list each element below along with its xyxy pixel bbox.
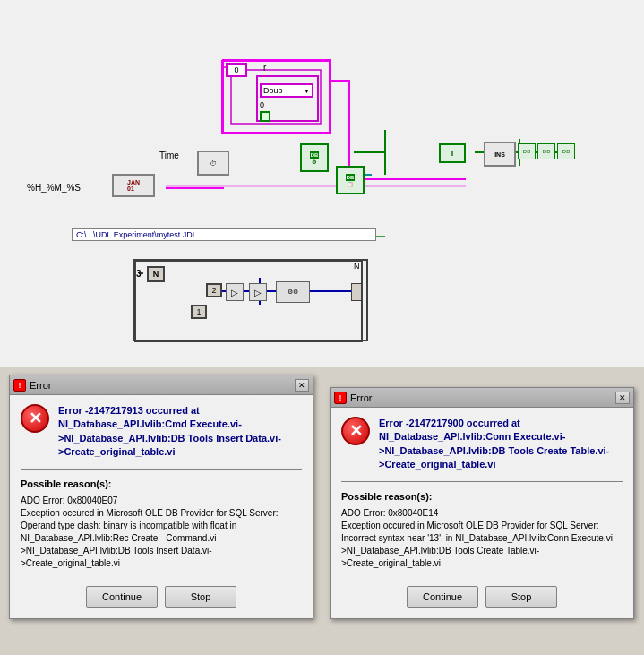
dialog-1-error-header: ✕ Error -2147217913 occurred at NI_Datab…: [21, 404, 302, 460]
play-node-1: ▷: [226, 283, 244, 301]
dialog-2-continue-button[interactable]: Continue: [407, 586, 478, 608]
dialog-2-icon: !: [334, 392, 347, 404]
dialog-1-close[interactable]: ✕: [295, 379, 309, 392]
loop-n-block: N: [147, 266, 165, 282]
dialog-1-icon: !: [13, 379, 26, 392]
inner-num-0: 0: [260, 100, 264, 109]
loop-iter-2: 2: [206, 283, 222, 297]
format-label: %H_%M_%S: [27, 183, 81, 193]
dialog-1-continue-button[interactable]: Continue: [86, 586, 158, 608]
dialog-1-error-icon: ✕: [21, 404, 49, 433]
dialog-1-title: Error: [30, 380, 51, 391]
error-dialog-1: ! Error ✕ ✕ Error -2147217913 occurred a…: [9, 375, 313, 619]
dialog-2-reason-text: ADO Error: 0x80040E14 Exception occured …: [341, 507, 623, 570]
dialog-2-error-header: ✕ Error -2147217900 occurred at NI_Datab…: [341, 417, 623, 472]
dialog-1-divider: [21, 469, 302, 470]
t-indicator: T: [439, 143, 466, 163]
r-label: r: [263, 63, 266, 73]
db-small-2: DB: [537, 143, 555, 159]
time-label: Time: [159, 151, 179, 160]
loop-num-3: 3: [136, 269, 142, 279]
db-node-2: DB 📋: [336, 166, 365, 194]
num-display-0: 0: [226, 63, 247, 77]
dialog-2-title: Error: [350, 392, 372, 403]
dialog-1-buttons: Continue Stop: [10, 579, 313, 618]
format-node: JAN01: [112, 174, 155, 197]
loop-output-terminal: [351, 283, 362, 301]
dialog-2-divider: [341, 481, 623, 482]
play-node-2: ▷: [249, 283, 267, 301]
dialog-1-stop-button[interactable]: Stop: [165, 586, 236, 608]
db-small-1: DB: [518, 143, 536, 159]
doub-dropdown[interactable]: Doub ▼: [260, 83, 313, 98]
ins-node: INS: [484, 142, 516, 167]
dialog-2-buttons: Continue Stop: [331, 579, 633, 618]
lv-diagram: %H_%M_%S JAN01 Time ⏱ 0 r Doub ▼ 0: [0, 0, 644, 367]
loop-border: [134, 260, 363, 342]
dialog-2-close[interactable]: ✕: [615, 392, 630, 404]
lv-canvas: %H_%M_%S JAN01 Time ⏱ 0 r Doub ▼ 0: [0, 0, 644, 367]
green-indicator: [260, 111, 270, 122]
loop-n-label: N: [354, 262, 360, 271]
dialog-2-error-icon: ✕: [341, 417, 370, 445]
db-small-3: DB: [557, 143, 575, 159]
dialog-1-titlebar: ! Error ✕: [10, 375, 313, 395]
dialog-2-stop-button[interactable]: Stop: [485, 586, 557, 608]
compute-node: ⚙⚙: [276, 281, 310, 303]
loop-iter-1: 1: [191, 305, 207, 319]
timer-node: ⏱: [197, 151, 229, 176]
dialog-1-error-message: Error -2147217913 occurred at NI_Databas…: [58, 404, 281, 460]
dialog-2-error-message: Error -2147217900 occurred at NI_Databas…: [379, 417, 609, 472]
db-node-1: DB ⚙: [300, 143, 329, 172]
dialog-2-reason: Possible reason(s): ADO Error: 0x80040E1…: [341, 489, 623, 571]
dialog-1-reason: Possible reason(s): ADO Error: 0x80040E0…: [21, 477, 302, 571]
dialog-2-titlebar: ! Error ✕: [331, 388, 633, 408]
path-label: C:\...\UDL Experiment\mytest.JDL: [72, 228, 376, 241]
error-dialog-2: ! Error ✕ ✕ Error -2147217900 occurred a…: [330, 387, 634, 619]
dialog-1-reason-text: ADO Error: 0x80040E07 Exception occured …: [21, 495, 302, 570]
